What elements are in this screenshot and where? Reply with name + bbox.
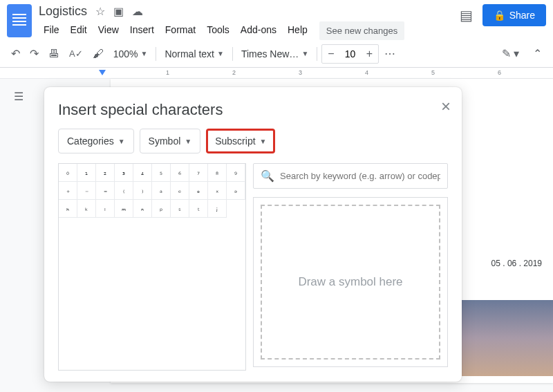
menu-addons[interactable]: Add-ons: [236, 21, 281, 40]
share-label: Share: [509, 10, 535, 21]
chevron-down-icon: ▼: [217, 50, 224, 57]
char-cell[interactable]: ₒ: [189, 182, 208, 200]
share-button[interactable]: 🔒 Share: [482, 4, 546, 26]
char-cell[interactable]: ₀: [59, 164, 77, 182]
move-icon[interactable]: ▣: [113, 5, 124, 18]
char-cell[interactable]: ₛ: [171, 200, 189, 218]
char-cell[interactable]: ₎: [133, 182, 152, 200]
font-size-control: − +: [321, 44, 379, 64]
char-cell[interactable]: ₑ: [171, 182, 189, 200]
char-cell[interactable]: ₍: [115, 182, 133, 200]
ruler-mark: 3: [299, 69, 302, 76]
font-size-increase[interactable]: +: [361, 45, 378, 63]
ruler[interactable]: 1 2 3 4 5 6: [0, 68, 553, 79]
char-cell[interactable]: ₖ: [77, 200, 96, 218]
menu-help[interactable]: Help: [283, 21, 312, 40]
subscript-dropdown[interactable]: Subscript▼: [206, 129, 275, 153]
lock-icon: 🔒: [494, 10, 505, 21]
ruler-mark: 4: [365, 69, 368, 76]
paint-format-button[interactable]: 🖌: [88, 44, 108, 64]
char-cell[interactable]: ₂: [96, 164, 115, 182]
menu-edit[interactable]: Edit: [66, 21, 92, 40]
ruler-mark: 1: [166, 69, 169, 76]
chevron-down-icon: ▼: [140, 50, 147, 57]
char-cell[interactable]: ₃: [115, 164, 133, 182]
style-value: Normal text: [165, 48, 214, 59]
chevron-down-icon: ▼: [301, 50, 308, 57]
menu-view[interactable]: View: [93, 21, 124, 40]
docs-logo[interactable]: [7, 4, 32, 37]
symbol-label: Symbol: [149, 136, 181, 147]
character-grid: ₀₁₂₃₄₅₆₇₈₉₊₋₌₍₎ₐₑₒₓₔₕₖₗₘₙₚₛₜⱼ: [58, 163, 246, 371]
font-size-decrease[interactable]: −: [322, 45, 339, 63]
ruler-mark: 2: [232, 69, 236, 76]
redo-button[interactable]: ↷: [26, 43, 43, 64]
draw-area[interactable]: Draw a symbol here: [261, 205, 440, 360]
symbol-dropdown[interactable]: Symbol▼: [140, 129, 201, 153]
doc-title[interactable]: Logistics: [39, 4, 87, 19]
menu-tools[interactable]: Tools: [202, 21, 234, 40]
char-cell[interactable]: ₆: [171, 164, 189, 182]
ruler-mark: 6: [498, 69, 501, 76]
char-cell[interactable]: ₜ: [189, 200, 208, 218]
special-characters-dialog: × Insert special characters Categories▼ …: [44, 87, 462, 382]
font-value: Times New…: [241, 48, 299, 59]
char-cell[interactable]: ₄: [133, 164, 152, 182]
zoom-dropdown[interactable]: 100%▼: [109, 46, 152, 62]
menu-bar: File Edit View Insert Format Tools Add-o…: [39, 21, 460, 40]
search-icon: 🔍: [261, 169, 274, 183]
menu-file[interactable]: File: [39, 21, 64, 40]
search-input[interactable]: [280, 171, 440, 181]
char-cell[interactable]: ₚ: [152, 200, 171, 218]
see-changes-button[interactable]: See new changes: [319, 21, 404, 40]
char-cell[interactable]: ₇: [189, 164, 208, 182]
chevron-down-icon: ▼: [260, 138, 267, 145]
categories-label: Categories: [67, 136, 114, 147]
spellcheck-button[interactable]: A✓: [65, 44, 87, 63]
comments-icon[interactable]: ▤: [460, 7, 473, 24]
collapse-icon[interactable]: ⌃: [529, 43, 546, 64]
draw-panel: Draw a symbol here: [253, 197, 448, 367]
zoom-value: 100%: [113, 48, 138, 59]
char-cell[interactable]: ₘ: [115, 200, 133, 218]
char-cell[interactable]: ⱼ: [208, 200, 227, 218]
chevron-down-icon: ▼: [185, 138, 191, 145]
page-date: 05 . 06 . 2019: [491, 259, 542, 268]
print-button[interactable]: 🖶: [44, 44, 64, 64]
star-icon[interactable]: ☆: [95, 5, 105, 18]
char-cell[interactable]: ₉: [227, 164, 245, 182]
indent-marker[interactable]: [99, 70, 106, 75]
search-box: 🔍: [253, 163, 448, 189]
ruler-mark: 5: [431, 69, 435, 76]
char-cell[interactable]: ₈: [208, 164, 227, 182]
subscript-label: Subscript: [215, 136, 255, 147]
char-cell[interactable]: ₐ: [152, 182, 171, 200]
char-cell[interactable]: ₋: [77, 182, 96, 200]
char-cell[interactable]: ₅: [152, 164, 171, 182]
menu-format[interactable]: Format: [160, 21, 200, 40]
cloud-icon[interactable]: ☁: [132, 5, 143, 18]
char-cell[interactable]: ₕ: [59, 200, 77, 218]
toolbar: ↶ ↷ 🖶 A✓ 🖌 100%▼ Normal text▼ Times New……: [0, 40, 553, 68]
font-dropdown[interactable]: Times New…▼: [237, 46, 312, 62]
dialog-title: Insert special characters: [58, 101, 448, 119]
outline-icon[interactable]: ☰: [14, 90, 24, 103]
chevron-down-icon: ▼: [118, 138, 125, 145]
char-cell[interactable]: ₙ: [133, 200, 152, 218]
undo-button[interactable]: ↶: [7, 43, 24, 64]
char-cell[interactable]: ₊: [59, 182, 77, 200]
categories-dropdown[interactable]: Categories▼: [58, 129, 134, 153]
char-cell[interactable]: ₔ: [227, 182, 245, 200]
close-icon[interactable]: ×: [441, 97, 451, 116]
char-cell[interactable]: ₌: [96, 182, 115, 200]
char-cell[interactable]: ₓ: [208, 182, 227, 200]
char-cell[interactable]: ₁: [77, 164, 96, 182]
style-dropdown[interactable]: Normal text▼: [160, 46, 227, 62]
editing-mode-button[interactable]: ✎ ▾: [498, 43, 523, 64]
draw-hint: Draw a symbol here: [298, 275, 402, 289]
font-size-input[interactable]: [340, 48, 361, 59]
char-cell[interactable]: ₗ: [96, 200, 115, 218]
menu-insert[interactable]: Insert: [125, 21, 159, 40]
more-button[interactable]: ⋯: [380, 43, 400, 64]
